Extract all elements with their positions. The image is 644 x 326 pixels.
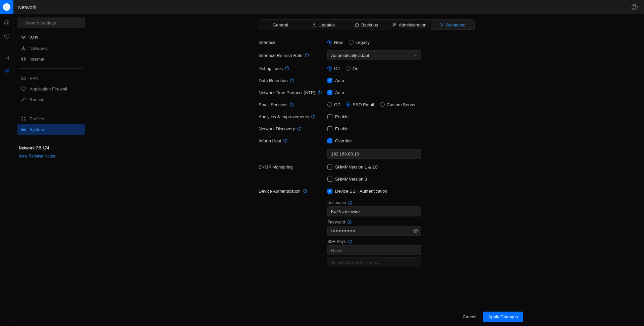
version-text: Network 7.5.174 (19, 146, 84, 150)
rail-settings-icon[interactable] (3, 68, 10, 75)
analytics-enable-checkbox[interactable]: Enable (327, 114, 348, 119)
info-icon[interactable] (348, 200, 353, 205)
topbar: Network (0, 0, 644, 14)
retention-auto-checkbox[interactable]: Auto (327, 78, 344, 83)
sidebar-item-internet[interactable]: Internet (17, 54, 85, 64)
info-icon[interactable] (297, 126, 302, 131)
info-icon[interactable] (305, 53, 309, 58)
sidebar-item-label: System (30, 127, 44, 132)
svg-line-11 (22, 23, 22, 23)
sidebar-item-profiles[interactable]: Profiles (17, 113, 85, 124)
app-logo[interactable] (0, 0, 13, 14)
interface-label: Interface (259, 40, 276, 45)
sidebar-item-firewall[interactable]: Application Firewall (17, 83, 85, 94)
sidebar-item-vpn[interactable]: VPN (17, 73, 85, 83)
svg-point-40 (292, 79, 292, 80)
snmp-v1-checkbox[interactable]: SNMP Version 1 & 2C (327, 165, 378, 170)
routing-icon (21, 97, 26, 102)
rail-topology-icon[interactable] (3, 33, 10, 40)
ssh-auth-checkbox[interactable]: Device SSH Authentication (327, 189, 387, 194)
sidebar-item-label: Internet (30, 57, 44, 62)
tab-advanced[interactable]: Advanced (431, 20, 474, 30)
info-icon[interactable] (347, 220, 352, 224)
svg-point-14 (24, 49, 25, 50)
svg-point-4 (4, 34, 9, 39)
sidebar-item-label: VPN (30, 76, 39, 81)
snmp-v3-checkbox[interactable]: SNMP Version 3 (327, 177, 367, 182)
info-icon[interactable] (283, 138, 288, 143)
auth-label: Device Authentication (259, 189, 301, 194)
info-icon[interactable] (289, 102, 294, 107)
tab-backups[interactable]: Backups (345, 20, 388, 30)
cancel-button[interactable]: Cancel (463, 314, 476, 319)
debug-label: Debug Tools (259, 66, 283, 71)
email-off-radio[interactable]: Off (327, 102, 340, 107)
sidebar-item-wifi[interactable]: WiFi (17, 32, 85, 43)
svg-point-31 (441, 24, 442, 25)
tab-administration[interactable]: Administration (388, 20, 431, 30)
svg-point-15 (23, 47, 24, 48)
download-icon (312, 22, 317, 27)
sidebar-item-routing[interactable]: Routing (17, 94, 85, 105)
svg-point-34 (307, 54, 307, 55)
svg-rect-6 (5, 56, 8, 60)
apply-button[interactable]: Apply Changes (483, 312, 523, 322)
main-content: General Updates Backups Administration A… (89, 14, 644, 326)
sidebar-item-label: Application Firewall (30, 86, 67, 91)
email-label: Email Services (259, 102, 287, 107)
search-input-wrap[interactable] (17, 17, 85, 28)
sidebar-item-system[interactable]: System (17, 124, 85, 135)
tab-general[interactable]: General (259, 20, 302, 30)
rail-dashboard-icon[interactable] (3, 19, 10, 26)
debug-on-radio[interactable]: On (346, 66, 358, 71)
user-avatar-icon[interactable] (631, 4, 638, 10)
search-input[interactable] (25, 20, 82, 25)
users-icon (392, 22, 397, 27)
svg-point-46 (291, 104, 292, 104)
svg-point-21 (25, 98, 25, 99)
wifi-icon (21, 35, 26, 40)
release-notes-link[interactable]: View Release Notes (19, 154, 84, 158)
info-icon[interactable] (311, 114, 316, 119)
svg-point-12 (23, 39, 23, 39)
sidebar-item-networks[interactable]: Networks (17, 43, 85, 54)
tabs: General Updates Backups Administration A… (259, 19, 475, 30)
globe-icon (21, 56, 26, 62)
sidebar-item-label: WiFi (30, 35, 38, 40)
info-icon[interactable] (285, 66, 289, 71)
sidebar: WiFi Networks Internet VPN Application F… (13, 14, 89, 326)
sshkey-name-input[interactable] (327, 245, 421, 255)
interface-legacy-radio[interactable]: Legacy (349, 40, 370, 45)
eye-icon[interactable] (413, 228, 418, 234)
email-custom-radio[interactable]: Custom Server (380, 102, 416, 107)
password-input[interactable] (327, 226, 421, 236)
debug-off-radio[interactable]: Off (327, 66, 340, 71)
svg-point-3 (6, 22, 8, 24)
page-title: Network (18, 4, 631, 10)
username-input[interactable] (327, 206, 421, 216)
svg-rect-26 (22, 128, 25, 129)
svg-point-58 (305, 190, 305, 190)
info-icon[interactable] (317, 90, 322, 95)
svg-point-2 (4, 20, 9, 25)
svg-point-55 (285, 140, 286, 140)
chevron-down-icon (414, 53, 418, 57)
ntp-auto-checkbox[interactable]: Auto (327, 90, 344, 95)
shield-icon (21, 86, 26, 91)
svg-rect-27 (22, 130, 25, 131)
svg-point-10 (21, 22, 22, 23)
email-sso-radio[interactable]: SSO Email (346, 102, 374, 107)
rail-logs-icon[interactable] (3, 55, 10, 61)
sshkey-value-input[interactable] (327, 257, 421, 267)
info-icon[interactable] (348, 239, 353, 244)
discovery-enable-checkbox[interactable]: Enable (327, 126, 348, 131)
search-icon (21, 20, 22, 25)
inform-host-input[interactable] (327, 149, 421, 159)
info-icon[interactable] (290, 78, 294, 83)
inform-override-checkbox[interactable]: Override (327, 138, 352, 143)
password-label: Password (327, 220, 345, 224)
info-icon[interactable] (303, 189, 307, 193)
interface-new-radio[interactable]: New (327, 40, 343, 45)
refresh-select[interactable]: Automatically adapt (327, 50, 421, 60)
tab-updates[interactable]: Updates (302, 20, 345, 30)
